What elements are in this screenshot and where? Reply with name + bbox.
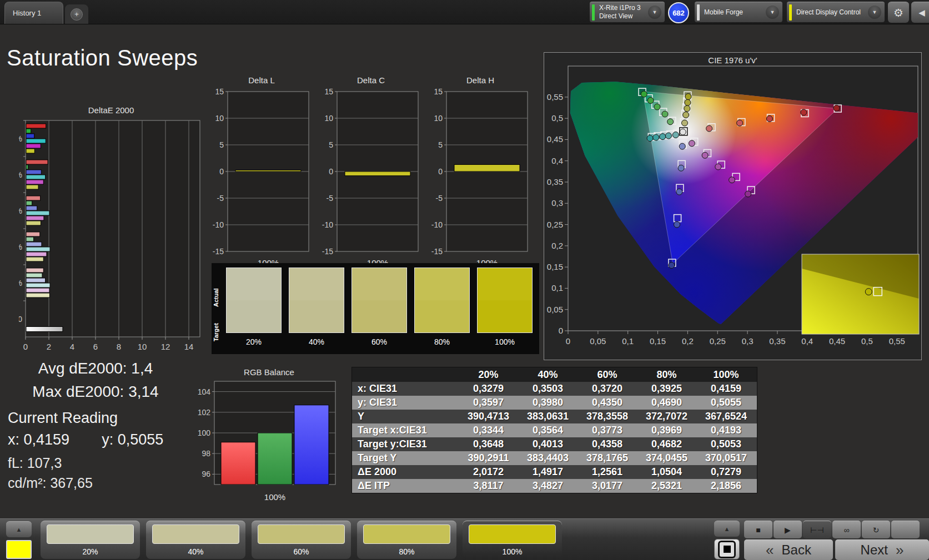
svg-text:0,15: 0,15	[547, 262, 563, 271]
svg-text:0,5: 0,5	[551, 113, 563, 123]
refresh-button[interactable]: ↻	[862, 521, 890, 538]
current-reading-fl: fL: 107,3	[8, 455, 183, 471]
svg-text:0,1: 0,1	[551, 283, 563, 292]
swatch-color-box	[414, 268, 470, 333]
saturation-swatch-button-60%[interactable]: 60%	[252, 521, 351, 559]
saturation-swatch-button-40%[interactable]: 40%	[146, 521, 245, 559]
chevrons-right-icon: »	[896, 542, 903, 559]
svg-text:12: 12	[161, 342, 170, 351]
svg-text:100%: 100%	[264, 492, 285, 502]
svg-text:10: 10	[215, 114, 224, 123]
table-row-label: y: CIE31	[352, 396, 459, 410]
svg-text:102: 102	[198, 408, 211, 417]
svg-text:15: 15	[324, 87, 333, 96]
table-cell: 0,4358	[578, 437, 637, 451]
svg-text:-5: -5	[217, 194, 224, 203]
svg-text:100%: 100%	[19, 134, 22, 143]
settings-button[interactable]: ⚙	[888, 2, 909, 23]
saturation-swatch-button-80%[interactable]: 80%	[357, 521, 456, 559]
extra-button[interactable]	[891, 521, 920, 538]
pattern-window-button[interactable]	[714, 539, 740, 559]
table-row: x: CIE310,32790,35030,37200,39250,4159	[352, 382, 757, 396]
loop-button[interactable]: ∞	[832, 521, 861, 538]
table-cell: 0,3279	[459, 382, 518, 396]
stop-button[interactable]: ■	[744, 521, 772, 538]
svg-text:4: 4	[70, 342, 74, 351]
swatch-label: 40%	[289, 337, 344, 346]
stop-icon: ■	[756, 526, 760, 534]
table-cell: 383,4403	[518, 451, 578, 465]
expand-up-button[interactable]: ▲	[714, 521, 740, 537]
table-cell: 3,4827	[518, 479, 578, 493]
delta-c-chart-panel: Delta C -15-10-5051015100%	[318, 75, 424, 270]
back-button[interactable]: « Back	[744, 539, 833, 560]
cie-diagram: 000,050,050,10,10,150,150,20,20,250,250,…	[544, 65, 921, 358]
source-name: Mobile Forge	[704, 8, 764, 17]
table-row: Target y:CIE310,36480,40130,43580,46820,…	[352, 437, 757, 451]
collapse-left-icon: ◀	[918, 8, 925, 18]
saturation-swatch-button-20%[interactable]: 20%	[41, 521, 140, 559]
rgb-balance-chart: 9698100102104100%	[195, 377, 343, 509]
svg-text:0,25: 0,25	[710, 336, 726, 346]
swatch-color-chip	[469, 524, 556, 544]
table-cell: 2,0172	[459, 465, 518, 479]
meter-mode: Direct View	[599, 12, 646, 21]
delta-h-chart: -15-10-5051015100%	[428, 85, 533, 268]
play-button[interactable]: ▶	[774, 521, 802, 538]
target-row-label: Target	[213, 302, 222, 363]
current-pattern-swatch[interactable]	[6, 540, 32, 559]
table-cell: 0,3648	[459, 437, 518, 451]
add-tab-button[interactable]: +	[65, 4, 88, 24]
display-control-name: Direct Display Control	[796, 8, 866, 17]
saturation-swatch-button-100%[interactable]: 100%	[463, 521, 562, 559]
svg-text:-10: -10	[322, 220, 333, 229]
svg-text:-10: -10	[431, 220, 443, 229]
chevrons-left-icon: «	[766, 542, 774, 559]
results-table: 20%40%60%80%100%x: CIE310,32790,35030,37…	[351, 367, 757, 493]
meter-name: X-Rite i1Pro 3	[599, 4, 646, 12]
next-button-label: Next	[861, 542, 888, 558]
chevron-down-icon: ▼	[648, 6, 661, 19]
swatch-color-chip	[258, 524, 345, 544]
table-row: ΔE ITP3,81173,48273,01772,53212,1856	[352, 479, 757, 493]
results-table-header: 20%40%60%80%100%	[352, 367, 757, 382]
svg-text:0,2: 0,2	[551, 241, 563, 250]
source-dropdown[interactable]: Mobile Forge ▼	[695, 2, 782, 22]
transport-controls: ■▶⊢⊣∞↻	[744, 521, 920, 538]
table-row: Target x:CIE310,33440,35640,37730,39690,…	[352, 423, 757, 437]
step-button[interactable]: ⊢⊣	[803, 521, 831, 538]
svg-text:14: 14	[184, 342, 194, 351]
swatch-label: 20%	[226, 337, 282, 346]
table-row: Target Y390,2911383,4403378,1765374,0455…	[352, 451, 757, 465]
svg-text:98: 98	[202, 449, 210, 458]
meter-dropdown[interactable]: X-Rite i1Pro 3 Direct View ▼	[590, 2, 665, 22]
display-control-dropdown[interactable]: Direct Display Control ▼	[787, 2, 885, 22]
svg-text:15: 15	[434, 87, 443, 96]
actual-target-swatch-strip: Actual Target 20%40%60%80%100%	[212, 263, 539, 354]
tab-history-1[interactable]: History 1	[4, 2, 63, 24]
table-cell: 0,3344	[459, 423, 518, 437]
svg-text:0: 0	[438, 167, 443, 176]
expand-up-button[interactable]: ▲	[6, 521, 32, 537]
table-cell: 0,3969	[637, 423, 696, 437]
next-button[interactable]: Next »	[835, 539, 929, 560]
results-table-header-cell: 40%	[518, 367, 578, 382]
loop-icon: ∞	[844, 526, 850, 534]
table-cell: 0,4013	[518, 437, 578, 451]
deltae2000-chart: 02468101214100%80%60%40%20%100	[19, 115, 203, 355]
svg-text:20%: 20%	[19, 279, 22, 287]
svg-text:0,45: 0,45	[547, 134, 563, 144]
svg-text:0,2: 0,2	[682, 336, 694, 346]
up-arrow-icon: ▲	[724, 526, 730, 532]
collapse-panel-button[interactable]: ◀	[911, 2, 929, 23]
cie-diagram-panel: CIE 1976 u'v' 000,050,050,10,10,150,150,…	[544, 52, 922, 360]
app-window: History 1 + X-Rite i1Pro 3 Direct View ▼…	[0, 0, 929, 560]
svg-text:80%: 80%	[19, 170, 22, 179]
sweep-swatch-60%: 60%	[351, 268, 407, 346]
svg-text:-15: -15	[213, 247, 224, 256]
sweep-swatch-100%: 100%	[477, 268, 533, 346]
swatch-label: 80%	[414, 337, 470, 346]
svg-text:5: 5	[329, 140, 333, 149]
table-cell: 0,4193	[696, 423, 756, 437]
svg-text:60%: 60%	[19, 206, 22, 215]
